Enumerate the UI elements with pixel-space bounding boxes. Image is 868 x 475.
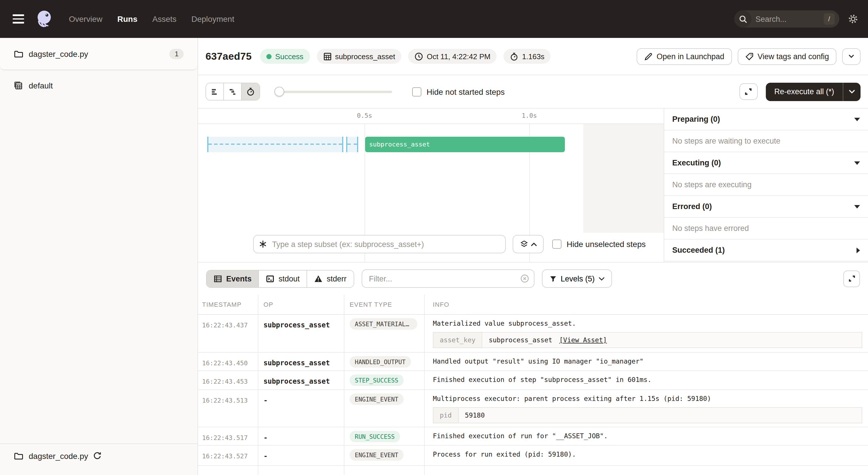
expand-icon — [744, 87, 753, 96]
main-content: 637aed75 Success subprocess_asset Oct 11… — [198, 38, 868, 475]
chevron-down-icon — [599, 276, 604, 280]
open-in-launchpad-button[interactable]: Open in Launchpad — [637, 48, 732, 65]
asset-badge[interactable]: subprocess_asset — [317, 49, 402, 64]
event-timestamp[interactable]: 16:22:43.513 — [202, 397, 248, 404]
warning-triangle-icon — [314, 274, 322, 283]
status-section-succeeded[interactable]: Succeeded (1) — [664, 239, 868, 261]
search-placeholder: Search... — [755, 14, 824, 23]
dagster-logo[interactable] — [34, 9, 54, 29]
event-op: subprocess_asset — [264, 359, 330, 367]
step-subset-input[interactable] — [253, 235, 506, 253]
event-op: - — [264, 396, 268, 404]
run-actions-chevron-button[interactable] — [842, 48, 861, 65]
event-op: subprocess_asset — [264, 377, 330, 385]
pencil-icon — [644, 52, 653, 61]
code-location-header[interactable]: dagster_code.py 1 — [0, 38, 197, 70]
hide-unselected-checkbox-row[interactable]: Hide unselected steps — [552, 239, 646, 249]
event-op: subprocess_asset — [264, 321, 330, 329]
collapse-triangle-icon — [854, 205, 860, 208]
event-metadata-table: asset_key subprocess_asset[View Asset] — [433, 332, 862, 348]
event-type-badge: STEP_SUCCESS — [350, 375, 404, 386]
hamburger-menu-icon[interactable] — [12, 14, 24, 24]
event-timestamp[interactable]: 16:22:43.453 — [202, 378, 248, 385]
expand-icon — [848, 274, 856, 283]
event-timestamp[interactable]: 16:22:43.517 — [202, 434, 248, 442]
status-section-errored[interactable]: Errored (0) — [664, 196, 868, 218]
dagster-run-page: Overview Runs Assets Deployment Search..… — [0, 0, 868, 475]
event-type-badge: ENGINE_EVENT — [350, 449, 404, 461]
timed-view-icon[interactable] — [242, 83, 259, 100]
event-timestamp[interactable]: 16:22:43.437 — [202, 322, 248, 329]
waterfall-view-icon[interactable] — [224, 83, 242, 100]
start-time-badge: Oct 11, 4:22:42 PM — [408, 49, 497, 64]
event-info: Multiprocess executor: parent process ex… — [433, 394, 862, 403]
reload-icon[interactable] — [93, 451, 101, 460]
view-tags-config-button[interactable]: View tags and config — [737, 48, 836, 65]
collapse-triangle-icon — [854, 117, 860, 121]
event-type-badge: ASSET_MATERIALIZATION — [350, 318, 417, 330]
settings-gear-icon[interactable] — [848, 14, 858, 24]
log-row-partial — [198, 466, 868, 475]
left-sidebar: dagster_code.py 1 default dagster_code.p… — [0, 38, 198, 475]
levels-filter-button[interactable]: Levels (5) — [541, 269, 612, 288]
funnel-icon — [549, 275, 557, 282]
graph-options-button[interactable] — [513, 235, 544, 253]
flat-view-icon[interactable] — [206, 83, 224, 100]
tab-events[interactable]: Events — [207, 270, 259, 287]
gantt-step-bar[interactable]: subprocess_asset — [365, 137, 565, 152]
nav-item-overview[interactable]: Overview — [69, 14, 102, 24]
expand-triangle-icon — [857, 247, 860, 253]
event-log-section: Events stdout — [198, 262, 868, 475]
log-view-tabs: Events stdout — [206, 270, 354, 288]
gantt-view-mode-switch — [206, 83, 260, 100]
hide-not-started-checkbox-row[interactable]: Hide not started steps — [412, 87, 505, 96]
axis-tick: 0.5s — [357, 112, 372, 119]
status-section-preparing[interactable]: Preparing (0) — [664, 109, 868, 130]
nav-item-deployment[interactable]: Deployment — [191, 14, 234, 24]
code-location-name: dagster_code.py — [29, 49, 88, 58]
gantt-body: 0.5s 1.0s subprocess_asset — [198, 109, 868, 262]
global-search[interactable]: Search... / — [734, 10, 839, 28]
event-timestamp[interactable]: 16:22:43.527 — [202, 453, 248, 460]
gantt-chart: 0.5s 1.0s subprocess_asset — [198, 109, 663, 262]
event-log-toolbar: Events stdout — [198, 263, 868, 295]
sidebar-item-default-job[interactable]: default — [0, 77, 197, 94]
search-icon — [734, 10, 751, 28]
log-filter-input[interactable] — [361, 269, 534, 288]
slider-knob[interactable] — [274, 86, 284, 96]
folder-icon — [14, 49, 23, 58]
tab-stderr[interactable]: stderr — [307, 270, 353, 287]
event-info: Finished execution of step "subprocess_a… — [433, 376, 862, 384]
gantt-fullscreen-button[interactable] — [739, 83, 757, 100]
clear-filter-icon[interactable] — [520, 274, 529, 283]
event-timestamp[interactable]: 16:22:43.450 — [202, 360, 248, 367]
event-type-badge: HANDLED_OUTPUT — [350, 356, 411, 367]
log-row: 16:22:43.453 subprocess_asset STEP_SUCCE… — [198, 371, 868, 390]
gantt-zoom-slider[interactable] — [274, 86, 392, 97]
nav-item-assets[interactable]: Assets — [152, 14, 177, 24]
log-fullscreen-button[interactable] — [843, 270, 860, 287]
log-row: 16:22:43.437 subprocess_asset ASSET_MATE… — [198, 315, 868, 353]
run-header: 637aed75 Success subprocess_asset Oct 11… — [198, 38, 868, 75]
gantt-toolbar: Hide not started steps Re-execute all (*… — [198, 75, 868, 109]
search-shortcut-key: / — [824, 13, 835, 25]
status-section-executing[interactable]: Executing (0) — [664, 152, 868, 174]
hide-unselected-checkbox[interactable] — [552, 239, 561, 249]
status-empty-message: No steps are waiting to execute — [664, 130, 868, 152]
view-asset-link[interactable]: [View Asset] — [559, 336, 607, 344]
run-status-badge: Success — [260, 49, 310, 64]
step-status-panel: Preparing (0) No steps are waiting to ex… — [664, 109, 868, 262]
col-timestamp: TIMESTAMP — [198, 295, 258, 314]
hide-not-started-checkbox[interactable] — [412, 87, 422, 96]
terminal-icon — [266, 274, 275, 283]
log-table-header: TIMESTAMP OP EVENT TYPE INFO — [198, 295, 868, 315]
event-op: - — [264, 452, 268, 460]
job-grid-icon — [14, 81, 23, 90]
reexecute-all-button[interactable]: Re-execute all (*) — [766, 82, 861, 101]
reexecute-dropdown-caret[interactable] — [843, 82, 861, 101]
tab-stdout[interactable]: stdout — [259, 270, 307, 287]
waiting-phase-bar — [346, 137, 358, 152]
nav-item-runs[interactable]: Runs — [117, 14, 137, 24]
tag-icon — [745, 52, 753, 61]
event-metadata-table: pid 59180 — [433, 407, 862, 423]
